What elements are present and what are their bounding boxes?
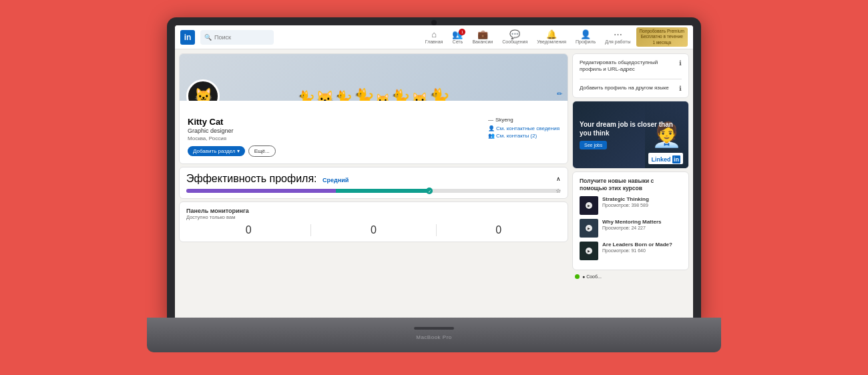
play-icon-3: ▶ — [586, 248, 592, 254]
stat-value-2: 0 — [311, 224, 435, 236]
nav-items: ⌂ Главная 1 👥 Сеть 💼 Вакансии — [421, 27, 688, 47]
efficiency-star-icon: ☆ — [556, 188, 561, 194]
course-thumb-2: ▶ — [580, 219, 598, 238]
cat-3: 🐈 — [335, 91, 353, 101]
add-section-button[interactable]: Добавить раздел ▾ — [188, 146, 245, 156]
ad-cta-button[interactable]: See jobs — [580, 141, 607, 149]
course-info-1: Strategic Thinking Просмотров: 398 589 — [602, 196, 682, 208]
cat-1: 🐈 — [297, 91, 315, 101]
course-views-1: Просмотров: 398 589 — [602, 203, 682, 208]
cats-row: 🐈 🐱 🐈 🐈 🐱 🐈 🐱 🐈 — [297, 89, 450, 101]
cat-8: 🐈 — [429, 89, 450, 101]
efficiency-chevron-icon[interactable]: ∧ — [556, 175, 561, 182]
search-icon: 🔍 — [204, 34, 212, 41]
cat-2: 🐱 — [316, 91, 334, 101]
sidebar-action-add-language[interactable]: Добавить профиль на другом языке ℹ — [580, 85, 682, 92]
contact-info-link[interactable]: 👤 См. контактные сведения — [488, 125, 560, 131]
online-label: ● Сооб... — [582, 274, 602, 279]
edit-cover-icon[interactable]: ✏ — [557, 90, 562, 97]
course-views-3: Просмотров: 91 640 — [602, 248, 682, 253]
stat-value-3: 0 — [437, 224, 561, 236]
cats-banner: 🐈 🐱 🐈 🐈 🐱 🐈 🐱 🐈 — [180, 54, 568, 101]
profile-main: 🐈 🐱 🐈 🐈 🐱 🐈 🐱 🐈 — [179, 53, 568, 320]
contact-links: 👤 См. контактные сведения 👥 См. контакты… — [488, 125, 560, 139]
course-thumb-1: ▶ — [580, 196, 598, 215]
course-info-3: Are Leaders Born or Made? Просмотров: 91… — [602, 242, 682, 254]
more-button[interactable]: Ещё... — [248, 145, 276, 157]
ad-headline: Your dream job is closer than you think — [580, 120, 682, 137]
action-text-public-profile: Редактировать общедоступный профиль и UR… — [580, 59, 679, 73]
play-icon-1: ▶ — [586, 202, 592, 209]
main-content: 🐈 🐱 🐈 🐈 🐱 🐈 🐱 🐈 — [175, 49, 693, 324]
course-item-1[interactable]: ▶ Strategic Thinking Просмотров: 398 589 — [580, 196, 682, 215]
search-bar[interactable]: 🔍 — [200, 30, 274, 45]
company-name: Skyeng — [495, 117, 513, 123]
stat-item-1[interactable]: 0 — [186, 224, 311, 236]
stat-item-2[interactable]: 0 — [311, 224, 436, 236]
nav-profile-label: Профиль — [576, 39, 596, 44]
courses-title: Получите новые навыки с помощью этих кур… — [580, 177, 682, 192]
linkedin-app: in 🔍 ⌂ Главная 1 👥 С — [175, 25, 693, 324]
course-item-3[interactable]: ▶ Are Leaders Born or Made? Просмотров: … — [580, 242, 682, 260]
nav-jobs[interactable]: 💼 Вакансии — [468, 30, 497, 44]
profile-sidebar: Редактировать общедоступный профиль и UR… — [572, 53, 689, 320]
search-input[interactable] — [214, 34, 268, 41]
company-icon: — — [488, 117, 493, 123]
notifications-icon: 🔔 — [546, 30, 557, 39]
profile-nav-icon: 👤 — [580, 30, 591, 39]
profile-location: Москва, Россия — [188, 135, 483, 141]
monitoring-title: Панель мониторинга — [186, 208, 561, 214]
contacts-icon: 👥 — [488, 133, 495, 139]
edit-public-profile-icon: ℹ — [679, 59, 682, 67]
ad-text-block: Your dream job is closer than you think … — [580, 120, 682, 149]
profile-right: — Skyeng 👤 См. контактные сведения — [488, 117, 560, 157]
stat-value-1: 0 — [186, 224, 310, 236]
nav-jobs-label: Вакансии — [472, 39, 493, 44]
navbar: in 🔍 ⌂ Главная 1 👥 С — [175, 25, 693, 49]
macbook-frame: in 🔍 ⌂ Главная 1 👥 С — [147, 17, 721, 358]
efficiency-fill-teal — [336, 189, 429, 193]
course-name-3: Are Leaders Born or Made? — [602, 242, 682, 248]
course-item-2[interactable]: ▶ Why Mentoring Matters Просмотров: 24 2… — [580, 219, 682, 238]
nav-apps-label: Для работы — [605, 39, 630, 44]
nav-home[interactable]: ⌂ Главная — [421, 30, 447, 44]
stat-item-3[interactable]: 0 — [437, 224, 561, 236]
jobs-icon: 💼 — [477, 30, 488, 39]
action-text-add-language: Добавить профиль на другом языке — [580, 85, 669, 91]
profile-cover: 🐈 🐱 🐈 🐈 🐱 🐈 🐱 🐈 — [180, 54, 568, 101]
screen: in 🔍 ⌂ Главная 1 👥 С — [175, 25, 693, 324]
monitoring-stats: 0 0 0 — [186, 224, 561, 236]
macbook-screen-outer: in 🔍 ⌂ Главная 1 👥 С — [167, 17, 701, 324]
course-info-2: Why Mentoring Matters Просмотров: 24 227 — [602, 219, 682, 231]
cat-5: 🐱 — [375, 94, 390, 101]
efficiency-card: Эффективность профиля: Средний ∧ ✓ ☆ — [179, 167, 568, 199]
profile-card: 🐈 🐱 🐈 🐈 🐱 🐈 🐱 🐈 — [179, 53, 568, 164]
ad-logo: Linked in — [648, 153, 683, 164]
efficiency-check-icon: ✓ — [426, 188, 433, 194]
edit-language-icon: ℹ — [679, 85, 682, 92]
premium-button[interactable]: Попробовать PremiumБесплатно в течение1 … — [636, 27, 688, 47]
efficiency-level: Средний — [322, 177, 349, 183]
cat-6: 🐈 — [391, 90, 411, 101]
macbook-base: MacBook Pro — [147, 318, 721, 352]
contact-icon: 👤 — [488, 125, 495, 131]
nav-notifications[interactable]: 🔔 Уведомления — [533, 30, 570, 44]
nav-network[interactable]: 1 👥 Сеть — [448, 30, 467, 44]
ad-card: Your dream job is closer than you think … — [572, 101, 689, 169]
profile-title: Graphic designer — [188, 127, 483, 134]
sidebar-action-public-profile[interactable]: Редактировать общедоступный профиль и UR… — [580, 59, 682, 73]
course-name-1: Strategic Thinking — [602, 196, 682, 203]
sidebar-actions-card: Редактировать общедоступный профиль и UR… — [572, 53, 689, 98]
online-dot — [575, 274, 580, 279]
nav-apps[interactable]: ⋯ Для работы — [601, 30, 634, 44]
contacts-link[interactable]: 👥 См. контакты (2) — [488, 133, 560, 139]
nav-profile[interactable]: 👤 Профиль — [572, 30, 600, 44]
play-icon-2: ▶ — [586, 225, 592, 232]
profile-left: Kitty Cat Graphic designer Москва, Росси… — [188, 117, 483, 157]
profile-name: Kitty Cat — [188, 117, 483, 127]
company-link[interactable]: — Skyeng — [488, 117, 560, 123]
linkedin-logo: in — [180, 30, 195, 45]
home-icon: ⌂ — [431, 30, 437, 39]
nav-messages[interactable]: 💬 Сообщения — [498, 30, 531, 44]
monitoring-subtitle: Доступно только вам — [186, 214, 561, 220]
